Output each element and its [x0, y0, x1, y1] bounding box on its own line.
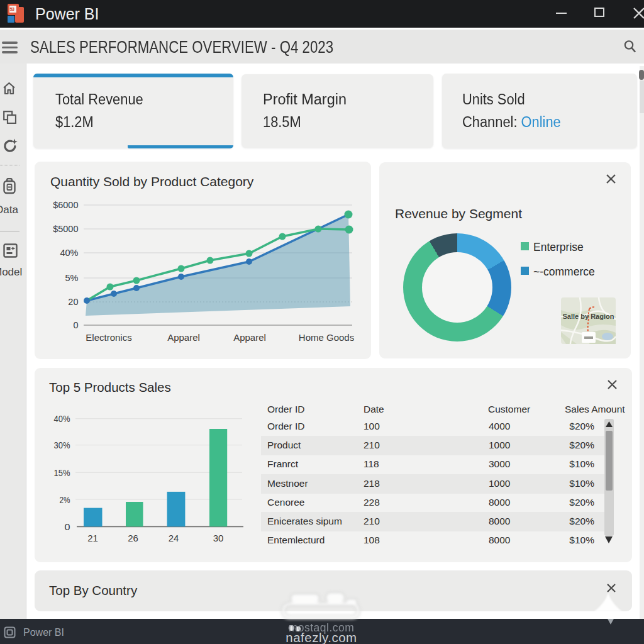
svg-text:Salle by Ragion: Salle by Ragion — [563, 313, 614, 320]
svg-text:20: 20 — [68, 297, 78, 307]
svg-text:$5000: $5000 — [53, 224, 78, 234]
svg-text:0: 0 — [73, 320, 78, 330]
svg-text:Apparel: Apparel — [233, 332, 266, 343]
svg-text:30%: 30% — [54, 440, 70, 450]
svg-text:15%: 15% — [54, 468, 70, 478]
svg-text:21: 21 — [87, 533, 98, 543]
svg-text:5%: 5% — [65, 273, 79, 283]
svg-text:Apparel: Apparel — [167, 332, 200, 343]
svg-text:40%: 40% — [54, 414, 70, 424]
svg-text:0: 0 — [65, 522, 70, 532]
svg-text:24: 24 — [169, 533, 179, 543]
svg-text:Electronics: Electronics — [86, 332, 131, 343]
svg-text:40%: 40% — [60, 248, 78, 258]
svg-text:26: 26 — [128, 533, 138, 543]
svg-text:$6000: $6000 — [53, 200, 78, 210]
svg-text:30: 30 — [213, 533, 224, 543]
svg-text:Home Goods: Home Goods — [299, 332, 354, 343]
svg-text:2%: 2% — [60, 495, 70, 505]
